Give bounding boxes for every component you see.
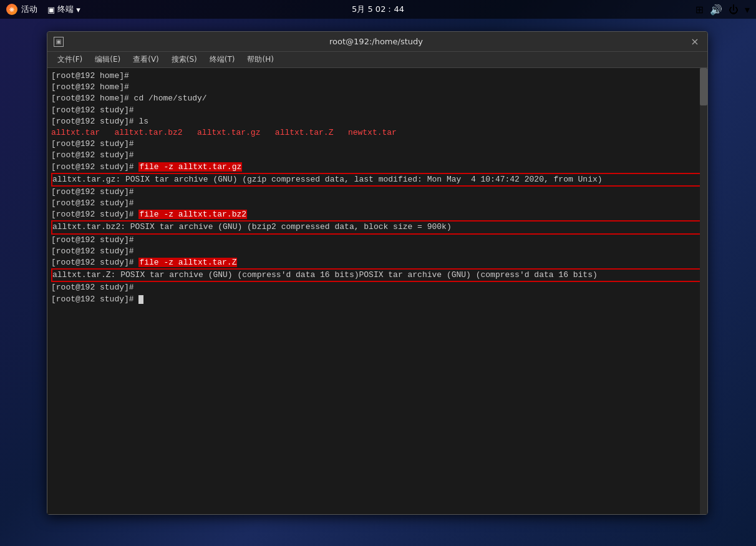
taskbar: ❋ 活动 ▣ 终端 ▾ 5月 5 02：44 ⊞ 🔊 ⏻ ▾	[0, 0, 756, 19]
line-10: [root@192 study]#	[51, 235, 704, 246]
line-cmd-bz2: [root@192 study]# file -z alltxt.tar.bz2	[51, 209, 704, 220]
scrollbar-thumb[interactable]	[700, 68, 707, 105]
line-6: [root@192 study]#	[51, 139, 704, 150]
line-ls-output: alltxt.tar alltxt.tar.bz2 alltxt.tar.gz …	[51, 127, 704, 139]
terminal-window-icon: ▣	[54, 37, 64, 47]
line-4: [root@192 study]#	[51, 105, 704, 116]
terminal-cursor	[138, 295, 143, 304]
terminal-titlebar: ▣ root@192:/home/study ×	[47, 32, 707, 52]
power-dropdown-icon[interactable]: ▾	[745, 4, 750, 16]
taskbar-right: ⊞ 🔊 ⏻ ▾	[695, 4, 750, 16]
cmd-bz2-highlight: file -z alltxt.tar.bz2	[138, 210, 247, 219]
line-12: [root@192 study]#	[51, 282, 704, 293]
line-8: [root@192 study]#	[51, 187, 704, 198]
result-gz-text: alltxt.tar.gz: POSIX tar archive (GNU) (…	[52, 174, 702, 185]
terminal-content[interactable]: [root@192 home]# [root@192 home]# [root@…	[47, 68, 707, 514]
menu-search[interactable]: 搜索(S)	[167, 53, 202, 66]
line-2: [root@192 home]#	[51, 82, 704, 93]
line-5: [root@192 study]# ls	[51, 116, 704, 127]
terminal-window-title: root@192:/home/study	[329, 37, 423, 46]
line-11: [root@192 study]#	[51, 246, 704, 257]
terminal-menubar: 文件(F) 编辑(E) 查看(V) 搜索(S) 终端(T) 帮助(H)	[47, 52, 707, 68]
taskbar-left: ❋ 活动 ▣ 终端 ▾	[6, 4, 80, 15]
terminal-close-button[interactable]: ×	[689, 36, 701, 48]
terminal-dropdown-icon: ▾	[76, 5, 80, 14]
result-bz2-text: alltxt.tar.bz2: POSIX tar archive (GNU) …	[52, 222, 702, 233]
menu-file[interactable]: 文件(F)	[52, 53, 87, 66]
menu-terminal[interactable]: 终端(T)	[205, 53, 240, 66]
result-Z-box: alltxt.tar.Z: POSIX tar archive (GNU) (c…	[51, 268, 704, 282]
terminal-icon-small: ▣	[47, 5, 55, 14]
result-Z-text: alltxt.tar.Z: POSIX tar archive (GNU) (c…	[52, 270, 702, 281]
line-3: [root@192 home]# cd /home/study/	[51, 93, 704, 104]
scrollbar[interactable]	[700, 68, 707, 514]
power-icon[interactable]: ⏻	[729, 4, 739, 16]
activities-button[interactable]: ❋ 活动	[6, 4, 37, 15]
line-cmd-Z: [root@192 study]# file -z alltxt.tar.Z	[51, 257, 704, 268]
menu-view[interactable]: 查看(V)	[128, 53, 164, 66]
terminal-taskbar-item[interactable]: ▣ 终端 ▾	[47, 4, 80, 15]
result-bz2-box: alltxt.tar.bz2: POSIX tar archive (GNU) …	[51, 220, 704, 234]
network-icon: ⊞	[695, 4, 704, 16]
cmd-Z-highlight: file -z alltxt.tar.Z	[138, 258, 237, 267]
line-cursor: [root@192 study]#	[51, 294, 704, 305]
terminal-window: ▣ root@192:/home/study × 文件(F) 编辑(E) 查看(…	[47, 31, 708, 515]
activities-label: 活动	[21, 4, 37, 15]
terminal-taskbar-label: 终端	[57, 4, 74, 15]
line-cmd-gz: [root@192 study]# file -z alltxt.tar.gz	[51, 162, 704, 173]
volume-icon: 🔊	[710, 4, 722, 16]
line-9: [root@192 study]#	[51, 198, 704, 209]
cmd-gz-highlight: file -z alltxt.tar.gz	[138, 162, 242, 172]
line-7: [root@192 study]#	[51, 150, 704, 161]
taskbar-datetime: 5月 5 02：44	[352, 4, 404, 15]
line-1: [root@192 home]#	[51, 71, 704, 82]
menu-edit[interactable]: 编辑(E)	[90, 53, 125, 66]
menu-help[interactable]: 帮助(H)	[242, 53, 278, 66]
result-gz-box: alltxt.tar.gz: POSIX tar archive (GNU) (…	[51, 173, 704, 187]
activities-icon: ❋	[6, 4, 17, 15]
